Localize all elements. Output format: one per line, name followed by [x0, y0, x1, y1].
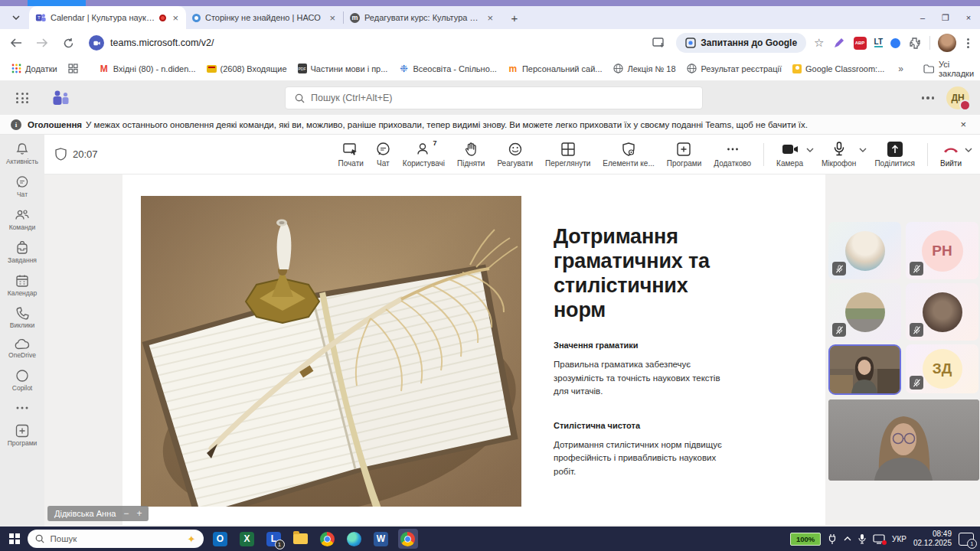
- meeting-controls-button[interactable]: Елементи ке...: [596, 142, 660, 168]
- minimize-button[interactable]: –: [911, 13, 934, 22]
- bookmark-gmail[interactable]: MВхідні (80) - n.diden...: [99, 64, 196, 74]
- start-share-button[interactable]: Почати: [332, 142, 370, 168]
- participants-button[interactable]: 7 Користувачі: [397, 142, 451, 168]
- maximize-button[interactable]: ❐: [934, 13, 957, 23]
- notification-center-icon[interactable]: 1: [959, 533, 974, 546]
- bookmark-personal-site[interactable]: mПерсональний сай...: [508, 64, 603, 74]
- sidebar-item-teams[interactable]: Команди: [0, 208, 44, 231]
- participant-tile[interactable]: [828, 283, 901, 341]
- participant-tile-large-video[interactable]: [828, 399, 979, 481]
- tab-search-button[interactable]: [6, 8, 26, 27]
- taskbar-excel-icon[interactable]: X: [237, 529, 257, 549]
- tab-moodle-course[interactable]: m Редагувати курс: Культура нау ×: [344, 6, 501, 29]
- app-launcher-icon[interactable]: [16, 93, 29, 103]
- browser-menu-icon[interactable]: [964, 38, 972, 48]
- blue-extension-icon[interactable]: [890, 38, 900, 48]
- close-window-button[interactable]: ×: [957, 13, 980, 22]
- participant-tile[interactable]: [828, 222, 901, 279]
- language-indicator[interactable]: УКР: [892, 535, 906, 543]
- bookmark-vseosvita[interactable]: ❉Всеосвіта - Спільно...: [398, 64, 497, 74]
- announcement-close-button[interactable]: ×: [960, 119, 966, 130]
- more-button[interactable]: Додатково: [707, 142, 757, 168]
- header-more-icon[interactable]: [922, 96, 935, 99]
- sidebar-item-calendar[interactable]: Календар: [0, 274, 44, 297]
- battery-indicator[interactable]: 100%: [790, 533, 821, 546]
- taskbar-word-icon[interactable]: W: [371, 529, 391, 549]
- leave-chevron-icon[interactable]: [965, 148, 972, 152]
- extensions-puzzle-icon[interactable]: [908, 36, 922, 50]
- taskbar-chrome-icon[interactable]: [318, 529, 338, 549]
- participant-tile[interactable]: РН: [906, 222, 978, 279]
- participant-tile[interactable]: ЗД: [906, 344, 978, 393]
- bookmark-registration[interactable]: Результат реєстрації: [687, 64, 782, 74]
- bookmarks-overflow-button[interactable]: »: [898, 64, 903, 74]
- back-button[interactable]: [6, 33, 26, 53]
- camera-button[interactable]: Камера: [770, 142, 809, 168]
- bookmark-star-icon[interactable]: ☆: [814, 36, 824, 50]
- tray-mic-icon[interactable]: [858, 533, 866, 544]
- taskbar-explorer-icon[interactable]: [291, 529, 311, 549]
- tab-close-button[interactable]: ×: [485, 13, 495, 23]
- sidebar-item-assignments[interactable]: Завдання: [0, 241, 44, 264]
- taskbar-edge-icon[interactable]: [345, 529, 364, 549]
- zoom-in-button[interactable]: +: [136, 508, 142, 519]
- all-bookmarks-button[interactable]: Усі закладки: [923, 60, 974, 78]
- clock[interactable]: 08:49 02.12.2025: [913, 530, 952, 549]
- microphone-button[interactable]: Мікрофон: [815, 142, 862, 168]
- teams-profile-avatar[interactable]: ДН: [946, 86, 969, 109]
- apps-button[interactable]: Програми: [661, 142, 708, 168]
- microphone-chevron-icon[interactable]: [859, 148, 867, 152]
- leave-button[interactable]: Вийти: [934, 142, 968, 168]
- new-tab-button[interactable]: +: [505, 8, 524, 27]
- sidebar-item-onedrive[interactable]: OneDrive: [0, 339, 44, 359]
- start-button[interactable]: [9, 533, 20, 544]
- participant-tile[interactable]: [906, 283, 978, 341]
- address-bar[interactable]: teams.microsoft.com/v2/: [110, 37, 214, 48]
- tab-close-button[interactable]: ×: [171, 13, 180, 23]
- ask-google-button[interactable]: Запитання до Google: [676, 33, 806, 53]
- participant-tile-active-speaker[interactable]: [828, 344, 901, 395]
- mic-off-icon: [910, 376, 923, 390]
- pen-extension-icon[interactable]: [832, 36, 846, 50]
- taskbar-chrome-active-icon[interactable]: [398, 529, 418, 549]
- bookmark-pdf[interactable]: PDFЧастини мови і пр...: [298, 64, 388, 73]
- taskbar-outlook-icon[interactable]: O: [211, 529, 230, 549]
- bookmark-inbox[interactable]: (2608) Входящие: [207, 64, 287, 73]
- sidebar-item-calls[interactable]: Виклики: [0, 307, 44, 329]
- tray-cast-icon[interactable]: [873, 534, 885, 544]
- bookmark-apps[interactable]: Додатки: [11, 64, 57, 74]
- bookmark-classroom[interactable]: Google Classroom:...: [792, 64, 884, 73]
- browser-profile-avatar[interactable]: [938, 34, 956, 52]
- camera-chevron-icon[interactable]: [806, 148, 814, 152]
- browser-tab-strip: T Calendar | Культура науков × Сторінку …: [0, 6, 980, 29]
- adblock-extension-icon[interactable]: ABP: [854, 37, 867, 50]
- share-button[interactable]: Поділитися: [868, 142, 921, 168]
- tray-chevron-icon[interactable]: [844, 536, 851, 541]
- tab-teams-calendar[interactable]: T Calendar | Культура науков ×: [29, 6, 186, 29]
- raise-hand-button[interactable]: Підняти: [451, 142, 491, 168]
- view-button[interactable]: Переглянути: [539, 142, 596, 168]
- taskbar-search-input[interactable]: Пошук ✦: [28, 530, 204, 548]
- sidebar-item-chat[interactable]: Чат: [0, 175, 44, 198]
- site-info-icon[interactable]: [89, 35, 104, 51]
- sidebar-more-icon[interactable]: [0, 402, 44, 414]
- tab-page-not-found[interactable]: Сторінку не знайдено | НАСО ×: [186, 6, 343, 29]
- teams-search-input[interactable]: Пошук (Ctrl+Alt+E): [285, 86, 703, 109]
- save-to-device-icon[interactable]: [648, 33, 668, 53]
- reload-button[interactable]: [58, 33, 78, 53]
- moodle-favicon: m: [350, 13, 360, 23]
- taskbar-lens-icon[interactable]: L1: [264, 529, 284, 549]
- sidebar-item-apps[interactable]: Програми: [0, 424, 44, 447]
- people-icon: [15, 208, 30, 222]
- chat-button[interactable]: Чат: [370, 142, 397, 168]
- forward-button[interactable]: [32, 33, 52, 53]
- usb-plug-icon[interactable]: [828, 533, 837, 544]
- sidebar-item-activity[interactable]: Активність: [0, 142, 44, 165]
- zoom-out-button[interactable]: −: [123, 508, 129, 519]
- sidebar-item-copilot[interactable]: Copilot: [0, 369, 44, 392]
- bookmark-grid-only[interactable]: [68, 64, 79, 74]
- languagetool-extension-icon[interactable]: LT: [874, 38, 883, 47]
- tab-close-button[interactable]: ×: [328, 13, 337, 23]
- react-button[interactable]: Реагувати: [491, 142, 539, 168]
- bookmark-lecture[interactable]: Лекція № 18: [613, 64, 676, 74]
